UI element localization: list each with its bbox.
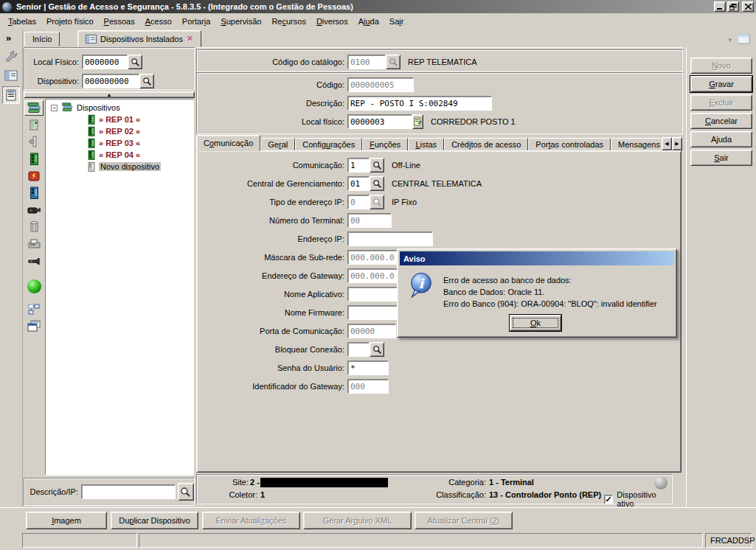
atualizar-central-2-button[interactable]: Atualizar Central (2) bbox=[415, 512, 513, 529]
field-numero-do-terminal[interactable] bbox=[347, 213, 392, 228]
cascade-windows-icon bbox=[27, 320, 41, 333]
tree-item-rep-03[interactable]: » REP 03 « bbox=[46, 137, 193, 149]
strip-board-blue[interactable] bbox=[24, 185, 44, 201]
lookup-central-de-gerenciamento-button[interactable] bbox=[370, 176, 384, 191]
tab-dispositivos-instalados[interactable]: Dispositivos Instalados✕ bbox=[77, 30, 201, 47]
picker-local-fisico-button[interactable] bbox=[412, 114, 423, 129]
formtab-mensagens-de-a[interactable]: Mensagens de a bbox=[611, 138, 661, 151]
lookup-comunicacao-button[interactable] bbox=[370, 158, 384, 173]
ok-button[interactable]: Ok bbox=[510, 315, 561, 331]
close-icon[interactable] bbox=[742, 1, 754, 12]
field-central-de-gerenciamento[interactable] bbox=[347, 176, 370, 191]
minimize-button[interactable] bbox=[714, 1, 726, 12]
formtab-geral[interactable]: Geral bbox=[260, 138, 295, 151]
strip-alarm[interactable] bbox=[24, 168, 44, 184]
strip-network-grid[interactable] bbox=[24, 302, 44, 317]
imagem-button[interactable]: Imagem bbox=[26, 512, 107, 529]
tree-item-novo-dispositivo[interactable]: Novo dispositivo bbox=[46, 161, 193, 173]
cancelar-button[interactable]: Cancelar bbox=[690, 113, 752, 129]
catalog-code-field[interactable] bbox=[347, 55, 386, 69]
strip-container[interactable] bbox=[24, 219, 44, 234]
menu-diversos[interactable]: Diversos bbox=[311, 15, 353, 28]
splitter-handle[interactable]: ▲ bbox=[24, 91, 195, 98]
label-endereco-ip: Endereço IP: bbox=[204, 232, 344, 243]
tab-scroll-right-icon[interactable]: ▶ bbox=[672, 137, 682, 150]
desc-comunicacao: Off-Line bbox=[392, 158, 420, 170]
formtab-portas-controladas[interactable]: Portas controladas bbox=[528, 138, 611, 151]
restore-button[interactable] bbox=[727, 1, 739, 12]
field-codigo[interactable] bbox=[347, 77, 414, 92]
field-descricao[interactable] bbox=[347, 96, 492, 111]
tree-root[interactable]: −Dispositivos bbox=[46, 102, 193, 114]
gravar-button[interactable]: Gravar bbox=[690, 76, 752, 92]
tool-wrench[interactable] bbox=[2, 48, 20, 66]
field-row-endereco-ip: Endereço IP: bbox=[197, 232, 681, 246]
gerar-arquivo-xml-button[interactable]: Gerar Arquivo XML bbox=[303, 512, 412, 529]
search-button[interactable] bbox=[178, 483, 194, 501]
catalog-lookup-button[interactable] bbox=[386, 55, 400, 69]
ajuda-button[interactable]: Ajuda bbox=[690, 131, 752, 147]
tree-item-rep-01[interactable]: » REP 01 « bbox=[46, 114, 193, 125]
field-comunicacao[interactable] bbox=[347, 158, 370, 173]
window-thumb-icon[interactable] bbox=[738, 34, 750, 46]
menu-portaria[interactable]: Portaria bbox=[177, 15, 216, 28]
strip-camera[interactable] bbox=[24, 202, 44, 217]
lookup-local-fisico-button[interactable] bbox=[128, 55, 142, 69]
formtab-funcoes[interactable]: Funções bbox=[362, 138, 408, 151]
menu-recursos[interactable]: Recursos bbox=[266, 15, 311, 28]
dispositivo-ativo-checkbox[interactable]: ✓ Dispositivo ativo bbox=[604, 490, 672, 508]
strip-fax[interactable] bbox=[24, 236, 44, 251]
strip-camera-2[interactable] bbox=[24, 253, 44, 268]
field-row-codigo: Código: bbox=[197, 77, 682, 92]
strip-board-green[interactable] bbox=[24, 151, 44, 167]
field-bloquear-conexao[interactable] bbox=[347, 342, 370, 357]
strip-cascade-windows[interactable] bbox=[24, 318, 44, 334]
field-tipo-de-endereco-ip[interactable] bbox=[347, 195, 370, 209]
site-label: Site: bbox=[232, 478, 249, 487]
field-senha-do-usuario[interactable] bbox=[347, 361, 389, 375]
strip-door-lock[interactable] bbox=[24, 134, 44, 150]
chevron-down-icon[interactable]: ▼ bbox=[727, 37, 733, 43]
search-input[interactable] bbox=[81, 484, 176, 499]
menu-ajuda[interactable]: Ajuda bbox=[353, 15, 384, 28]
menu-sair[interactable]: Sair bbox=[384, 15, 409, 28]
sair-button[interactable]: Sair bbox=[690, 150, 752, 166]
field-row-tipo-de-endereco-ip: Tipo de endereço IP:IP Fixo bbox=[197, 195, 681, 209]
field-local-fisico[interactable] bbox=[347, 114, 412, 129]
menu-tabelas[interactable]: Tabelas bbox=[3, 15, 41, 28]
excluir-button[interactable]: Excluir bbox=[690, 94, 752, 111]
duplicar-dispositivo-button[interactable]: Duplicar Dispositivo bbox=[111, 512, 198, 529]
lookup-tipo-de-endereco-ip-button[interactable] bbox=[370, 195, 384, 209]
field-local-fisico[interactable] bbox=[82, 55, 128, 69]
toolbar-overflow-chevron[interactable]: » bbox=[6, 32, 22, 43]
novo-button[interactable]: Novo bbox=[690, 58, 752, 74]
field-endereco-ip[interactable] bbox=[347, 232, 433, 246]
strip-reader[interactable] bbox=[24, 117, 44, 133]
tree-item-rep-04[interactable]: » REP 04 « bbox=[46, 149, 193, 161]
label-identificador-do-gateway: Identificador do Gateway: bbox=[204, 379, 344, 391]
formtab-listas[interactable]: Listas bbox=[408, 138, 444, 151]
lookup-bloquear-conexao-button[interactable] bbox=[370, 342, 384, 357]
tree-item-rep-02[interactable]: » REP 02 « bbox=[46, 125, 193, 137]
menu-acesso[interactable]: Acesso bbox=[140, 15, 177, 28]
strip-devices-stack[interactable] bbox=[24, 100, 44, 116]
formtab-configuracoes[interactable]: Configurações bbox=[295, 138, 362, 151]
menu-projeto-fisico[interactable]: Projeto físico bbox=[41, 15, 99, 28]
tool-list-edit[interactable] bbox=[2, 86, 20, 104]
formtab-comunicacao[interactable]: Comunicação bbox=[196, 135, 260, 151]
tree-expander-icon[interactable]: − bbox=[51, 105, 58, 111]
field-dispositivo[interactable] bbox=[82, 74, 139, 88]
menu-supervisao[interactable]: Supervisão bbox=[215, 15, 266, 28]
categoria-label: Categoria: bbox=[434, 478, 486, 487]
tab-inicio[interactable]: Início bbox=[24, 32, 60, 46]
tool-form-panel[interactable] bbox=[2, 67, 20, 85]
enviar-atualizacoes-button[interactable]: Enviar Atualizações bbox=[202, 512, 300, 529]
field-identificador-do-gateway[interactable] bbox=[347, 379, 389, 394]
strip-status-sphere-green[interactable] bbox=[24, 279, 44, 294]
tab-close-icon[interactable]: ✕ bbox=[187, 34, 193, 43]
tab-scroll-left-icon[interactable]: ◀ bbox=[662, 137, 672, 150]
field-porta-de-comunicacao[interactable] bbox=[347, 324, 396, 338]
lookup-dispositivo-button[interactable] bbox=[139, 74, 154, 88]
menu-pessoas[interactable]: Pessoas bbox=[99, 15, 140, 28]
formtab-creditos-de-acesso[interactable]: Créditos de acesso bbox=[444, 138, 528, 151]
